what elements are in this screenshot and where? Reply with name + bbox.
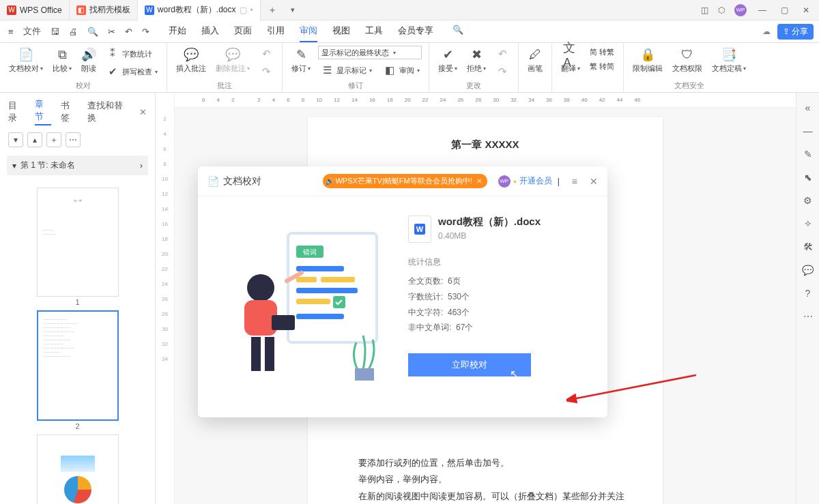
tab-ref[interactable]: 引用 — [267, 20, 285, 42]
redo-icon[interactable]: ↷ — [139, 27, 152, 37]
tab-view[interactable]: 视图 — [332, 20, 350, 42]
prev-change-button[interactable]: ↶ — [493, 46, 511, 62]
print-icon[interactable]: 🖨 — [66, 27, 81, 37]
section-add-button[interactable]: ＋ — [46, 132, 61, 147]
nav-tab-find[interactable]: 查找和替换 — [87, 100, 130, 124]
cloud-icon[interactable]: ☁ — [762, 27, 771, 36]
save-icon[interactable]: 🖫 — [48, 27, 62, 37]
comment-add-icon: 💬 — [184, 47, 199, 62]
group-label: 校对 — [7, 80, 160, 91]
app-tab-templates[interactable]: ◧ 找稻壳模板 — [70, 0, 138, 20]
show-markup-button[interactable]: ☰显示标记▾ — [318, 62, 374, 78]
app-tab-wps[interactable]: W WPS Office — [0, 0, 70, 20]
promo-banner[interactable]: WPSX芒果TV|蜻蜓FM等联合会员抢购中!✕ — [323, 174, 487, 188]
group-changes: ✔接受▾ ✖拒绝▾ ↶ ↷ 更改 — [429, 43, 519, 92]
close-icon[interactable]: ✕ — [590, 176, 598, 187]
cut-icon[interactable]: ✂ — [105, 27, 118, 37]
tab-vip[interactable]: 会员专享 — [398, 20, 433, 42]
wps-icon: W — [7, 5, 16, 15]
stat-cjk: 中文字符: 463个 — [408, 305, 599, 321]
page-thumbnail[interactable]: — — — — — — —— — — — — — — — — —— — — — … — [37, 310, 119, 421]
file-menu[interactable]: 文件 — [20, 25, 44, 38]
settings-icon[interactable]: ⚙ — [803, 195, 812, 206]
tab-review[interactable]: 审阅 — [300, 20, 317, 42]
group-language: 文A翻译▾ 简 转繁 繁 转简 — [552, 43, 624, 92]
to-traditional-button[interactable]: 简 转繁 — [588, 46, 616, 59]
hamburger-icon[interactable]: ≡ — [5, 27, 16, 37]
tools-icon[interactable]: 🛠 — [803, 241, 813, 252]
edit-icon[interactable]: ✎ — [804, 149, 812, 160]
close-button[interactable]: ✕ — [800, 5, 812, 15]
markup-icon: ☰ — [320, 63, 334, 77]
proof-icon: 📄 — [18, 47, 33, 62]
nav-tab-sections[interactable]: 章节 — [35, 98, 52, 125]
svg-rect-3 — [296, 266, 344, 271]
page-number: 1 — [0, 298, 155, 306]
tab-list-button[interactable]: ▾ — [284, 5, 302, 14]
word-count-button[interactable]: ⁑字数统计 — [104, 46, 160, 62]
prev-comment-button[interactable]: ↶ — [257, 46, 275, 62]
section-up-button[interactable]: ▴ — [27, 132, 42, 147]
translate-button[interactable]: 文A翻译▾ — [559, 46, 582, 75]
accept-button[interactable]: ✔接受▾ — [436, 46, 459, 75]
doc-finalize-button[interactable]: 📑文档定稿▾ — [710, 46, 748, 75]
next-comment-button[interactable]: ↷ — [257, 63, 275, 80]
maximize-button[interactable]: ▢ — [778, 5, 790, 15]
tab-page[interactable]: 页面 — [234, 20, 252, 42]
delete-comment-button[interactable]: 💬删除批注▾ — [214, 46, 252, 75]
reject-button[interactable]: ✖拒绝▾ — [465, 46, 488, 75]
page-thumbnail[interactable] — [37, 434, 119, 504]
select-icon[interactable]: ⬉ — [804, 172, 812, 183]
restrict-edit-button[interactable]: 🔒限制编辑 — [631, 46, 665, 75]
nav-tab-bookmarks[interactable]: 书签 — [61, 100, 78, 124]
preview-icon[interactable]: 🔍 — [85, 27, 101, 37]
horizontal-ruler: 6422468101214161820222426283032343638404… — [175, 93, 796, 108]
more-icon[interactable]: ⋯ — [803, 311, 813, 322]
to-simplified-button[interactable]: 繁 转简 — [588, 60, 616, 73]
cube-icon[interactable]: ⬡ — [718, 5, 725, 15]
close-icon[interactable]: ✕ — [139, 107, 147, 117]
tab-start[interactable]: 开始 — [169, 20, 186, 42]
help-icon[interactable]: ? — [805, 288, 811, 299]
close-icon[interactable]: ✕ — [476, 177, 482, 185]
comment-del-icon: 💬 — [225, 47, 240, 62]
tab-tools[interactable]: 工具 — [365, 20, 383, 42]
avatar[interactable]: WP — [734, 4, 747, 16]
read-aloud-button[interactable]: 🔊朗读 — [79, 46, 98, 75]
next-change-button[interactable]: ↷ — [493, 63, 511, 80]
ai-icon[interactable]: ✧ — [804, 218, 812, 229]
section-header[interactable]: ▾ 第 1 节: 未命名 › — [7, 155, 148, 175]
minimize-button[interactable]: — — [756, 5, 768, 15]
collapse-icon[interactable]: « — [805, 102, 811, 113]
display-mode-combo[interactable]: 显示标记的最终状态▾ — [318, 46, 422, 59]
pen-button[interactable]: 🖊画笔 — [526, 46, 545, 75]
new-tab-button[interactable]: ＋ — [261, 4, 284, 16]
app-tab-document[interactable]: W word教程（新）.docx ▢ • — [138, 0, 261, 20]
track-changes-button[interactable]: ✎修订▾ — [289, 46, 313, 75]
word-file-icon: W — [408, 216, 431, 243]
tab-insert[interactable]: 插入 — [201, 20, 219, 42]
minus-icon[interactable]: — — [803, 125, 813, 136]
start-proofing-button[interactable]: 立即校对 ↖ — [408, 353, 531, 376]
insert-comment-button[interactable]: 💬插入批注 — [174, 46, 208, 75]
layout-icon[interactable]: ◫ — [701, 5, 708, 15]
search-icon[interactable]: 🔍 — [452, 20, 463, 42]
page-thumbnail[interactable]: 第一章— — —— — — — — [37, 188, 119, 297]
menu-icon[interactable]: ≡ — [572, 176, 577, 187]
undo-icon[interactable]: ↶ — [122, 27, 135, 37]
compare-button[interactable]: ⧉比较▾ — [51, 46, 74, 75]
vip-link[interactable]: WP⭑开通会员 — [498, 175, 552, 188]
vip-badge-icon: ⭑ — [513, 177, 517, 186]
group-protect: 🔒限制编辑 🛡文档权限 📑文档定稿▾ 文档安全 — [624, 43, 755, 92]
doc-proof-button[interactable]: 📄文档校对▾ — [7, 46, 45, 75]
spellcheck-button[interactable]: ✔拼写检查▾ — [104, 63, 160, 80]
share-button[interactable]: ⇪分享 — [777, 24, 814, 40]
section-settings-button[interactable]: ⋯ — [66, 132, 81, 147]
svg-rect-12 — [251, 337, 261, 371]
review-pane-button[interactable]: ◧审阅▾ — [381, 62, 422, 78]
comment-icon[interactable]: 💬 — [802, 265, 814, 276]
svg-text:错词: 错词 — [302, 248, 317, 256]
nav-tab-toc[interactable]: 目录 — [8, 100, 25, 124]
section-down-button[interactable]: ▾ — [8, 132, 23, 147]
doc-permission-button[interactable]: 🛡文档权限 — [670, 46, 704, 75]
